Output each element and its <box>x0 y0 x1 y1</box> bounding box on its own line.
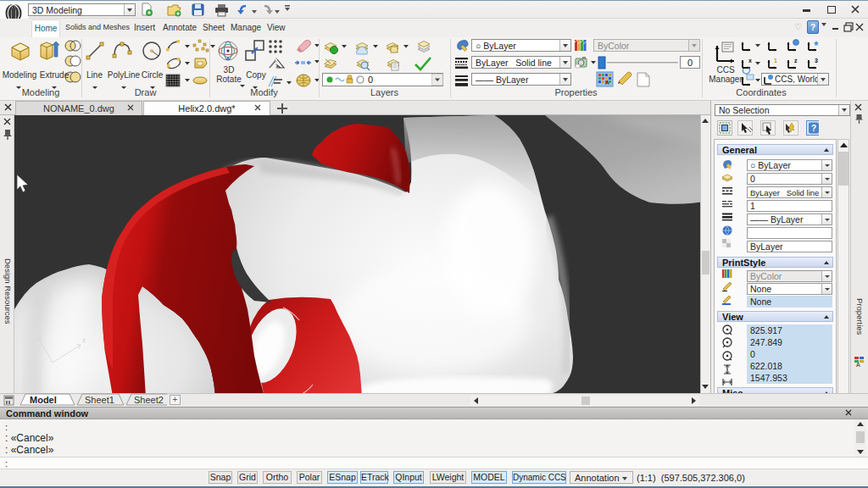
svg-text:A: A <box>605 80 609 86</box>
svg-text:z: z <box>794 58 798 64</box>
svg-text:0: 0 <box>368 75 373 85</box>
svg-text:x: x <box>748 58 752 64</box>
svg-text:1: 1 <box>774 58 777 64</box>
svg-text:A: A <box>856 362 860 368</box>
svg-text:?: ? <box>811 124 816 133</box>
svg-text:3: 3 <box>815 58 818 64</box>
svg-text:z: z <box>82 336 86 344</box>
